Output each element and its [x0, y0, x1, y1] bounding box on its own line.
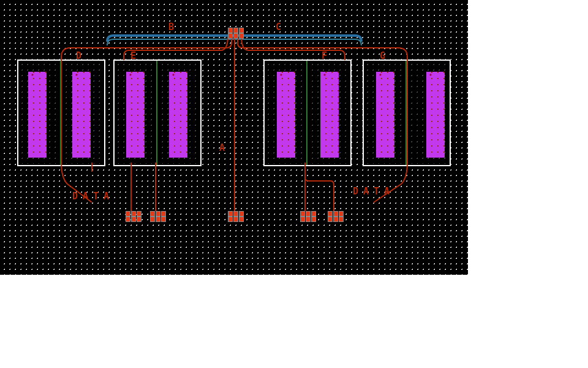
- label-B: B: [168, 21, 174, 33]
- via-array[interactable]: [169, 72, 187, 158]
- via-array[interactable]: [277, 72, 295, 158]
- via-array[interactable]: [28, 72, 47, 158]
- via-array[interactable]: [376, 72, 394, 158]
- connector-top[interactable]: [228, 28, 241, 39]
- module-divider: [156, 61, 157, 165]
- connector-A[interactable]: [228, 211, 241, 222]
- module-divider: [60, 61, 61, 165]
- viewport: B C D E F G A DATA DATA: [0, 0, 588, 368]
- label-G: G: [380, 50, 385, 61]
- connector-F2[interactable]: [328, 211, 341, 222]
- via-array[interactable]: [320, 72, 339, 158]
- module-divider: [405, 61, 407, 165]
- via-array[interactable]: [426, 72, 445, 158]
- label-DATA-left: DATA: [72, 191, 114, 202]
- label-E: E: [130, 50, 136, 61]
- label-DATA-right: DATA: [353, 186, 394, 197]
- via-array[interactable]: [126, 72, 145, 158]
- connector-F1[interactable]: [300, 211, 314, 222]
- label-A: A: [219, 142, 225, 153]
- module-divider: [306, 61, 307, 165]
- connector-E2[interactable]: [150, 211, 164, 222]
- label-C: C: [276, 21, 281, 33]
- connector-E1[interactable]: [126, 211, 139, 222]
- via-array[interactable]: [72, 72, 91, 158]
- label-D: D: [76, 50, 81, 61]
- label-F: F: [322, 50, 327, 61]
- pcb-canvas[interactable]: B C D E F G A DATA DATA: [0, 0, 468, 275]
